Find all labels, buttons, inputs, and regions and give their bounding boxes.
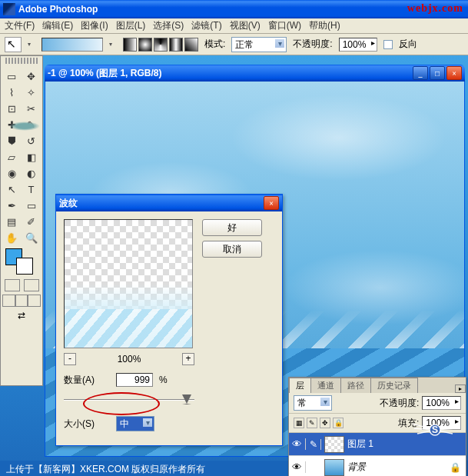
size-label: 大小(S): [64, 418, 110, 431]
ripple-dialog: 波纹 × - 100% + 数量(A) 999 %: [55, 194, 283, 446]
screenmode-full-icon[interactable]: [15, 295, 28, 307]
tool-preset-arrow-icon[interactable]: ▾: [28, 41, 35, 48]
document-title: -1 @ 100% (图层 1, RGB/8): [48, 67, 411, 80]
zoom-level: 100%: [118, 354, 141, 364]
tab-layers[interactable]: 层: [289, 378, 311, 393]
gradient-diamond-icon[interactable]: [184, 38, 198, 52]
eyedropper-tool-icon[interactable]: ✐: [22, 214, 41, 229]
tab-channels[interactable]: 通道: [310, 378, 341, 393]
screenmode-std-icon[interactable]: [2, 295, 15, 307]
layer-thumb[interactable]: [324, 436, 344, 453]
tab-paths[interactable]: 路径: [340, 378, 371, 393]
menu-filter[interactable]: 滤镜(T): [191, 19, 221, 32]
watermark-text: webjx.com: [407, 2, 463, 15]
shape-tool-icon[interactable]: ▭: [22, 198, 41, 213]
gradient-picker-arrow-icon[interactable]: ▾: [109, 41, 117, 48]
menu-select[interactable]: 选择(S): [153, 19, 184, 32]
layer-thumb[interactable]: [324, 459, 344, 476]
amount-slider[interactable]: [64, 393, 194, 407]
cancel-button[interactable]: 取消: [202, 241, 262, 258]
workspace: ▭ ✥ ⌇ ✧ ⊡ ✂ ✚ ✎ ⛊ ↺ ▱ ◧ ◉ ◐ ↖ T ✒ ▭ ▤ ✐ …: [0, 55, 468, 476]
hand-tool-icon[interactable]: ✋: [2, 230, 21, 245]
menu-layer[interactable]: 图层(L): [116, 19, 146, 32]
notes-tool-icon[interactable]: ▤: [2, 214, 21, 229]
menu-file[interactable]: 文件(F): [5, 19, 35, 32]
background-color[interactable]: [16, 258, 33, 275]
blend-mode-select[interactable]: 常: [294, 395, 332, 411]
document-titlebar[interactable]: -1 @ 100% (图层 1, RGB/8) _ □ ×: [45, 65, 465, 82]
amount-label: 数量(A): [64, 374, 110, 387]
eraser-tool-icon[interactable]: ▱: [2, 149, 21, 165]
gradient-reflected-icon[interactable]: [169, 38, 183, 52]
maximize-button[interactable]: □: [430, 66, 445, 80]
crop-tool-icon[interactable]: ⊡: [2, 101, 21, 116]
lock-indicator-icon: 🔒: [450, 462, 461, 473]
marquee-tool-icon[interactable]: ▭: [2, 68, 21, 84]
menu-window[interactable]: 窗口(W): [268, 19, 301, 32]
slice-tool-icon[interactable]: ✂: [22, 101, 41, 116]
lasso-tool-icon[interactable]: ⌇: [2, 85, 21, 100]
dialog-close-button[interactable]: ×: [264, 196, 279, 210]
gradient-radial-icon[interactable]: [138, 38, 152, 52]
wand-tool-icon[interactable]: ✧: [22, 85, 41, 100]
screenmode-menu-icon[interactable]: [28, 295, 41, 307]
opacity-field[interactable]: 100%: [339, 38, 378, 52]
layer-opacity-field[interactable]: 100%: [422, 396, 461, 410]
reverse-checkbox[interactable]: [383, 40, 393, 49]
lock-group: ▦ ✎ ✥ 🔒: [294, 418, 344, 428]
menu-image[interactable]: 图像(I): [81, 19, 108, 32]
ok-button[interactable]: 好: [202, 219, 262, 236]
tab-history[interactable]: 历史记录: [370, 378, 418, 393]
app-title: Adobe Photoshop: [18, 4, 465, 15]
menu-edit[interactable]: 编辑(E): [42, 19, 73, 32]
menu-view[interactable]: 视图(V): [230, 19, 261, 32]
dialog-title: 波纹: [59, 197, 262, 210]
type-tool-icon[interactable]: T: [22, 181, 41, 197]
gradient-linear-icon[interactable]: [123, 38, 137, 52]
app-titlebar: Adobe Photoshop: [0, 0, 468, 18]
current-tool-icon[interactable]: [5, 37, 22, 52]
visibility-icon[interactable]: 👁: [289, 461, 306, 473]
gradient-angle-icon[interactable]: [154, 38, 168, 52]
zoom-out-button[interactable]: -: [64, 353, 76, 365]
filter-preview[interactable]: [64, 219, 193, 348]
move-tool-icon[interactable]: ✥: [22, 68, 41, 84]
blur-tool-icon[interactable]: ◉: [2, 165, 21, 181]
close-button[interactable]: ×: [446, 66, 462, 80]
imageready-icon[interactable]: ⇄: [1, 308, 42, 322]
photoshop-icon: [3, 3, 15, 15]
lock-pixel-icon[interactable]: ✎: [307, 418, 317, 428]
zoom-in-button[interactable]: +: [182, 353, 194, 365]
lock-all-icon[interactable]: 🔒: [333, 418, 344, 428]
gradient-tool-icon[interactable]: ◧: [22, 149, 41, 165]
minimize-button[interactable]: _: [413, 66, 428, 80]
size-select[interactable]: 中: [116, 416, 154, 431]
visibility-icon[interactable]: 👁: [289, 438, 306, 450]
amount-unit: %: [159, 374, 168, 385]
layer-item[interactable]: 👁 背景 🔒: [289, 456, 466, 476]
reverse-label: 反向: [399, 38, 417, 51]
dodge-tool-icon[interactable]: ◐: [22, 165, 41, 181]
quickmask-off-icon[interactable]: [5, 279, 20, 291]
gradient-preview[interactable]: [41, 38, 103, 52]
zoom-tool-icon[interactable]: 🔍: [22, 230, 41, 245]
panel-menu-icon[interactable]: ▸: [455, 384, 466, 393]
quickmask-on-icon[interactable]: [24, 279, 39, 291]
svg-text:S: S: [432, 424, 438, 435]
lock-trans-icon[interactable]: ▦: [294, 418, 304, 428]
toolbox: ▭ ✥ ⌇ ✧ ⊡ ✂ ✚ ✎ ⛊ ↺ ▱ ◧ ◉ ◐ ↖ T ✒ ▭ ▤ ✐ …: [0, 55, 43, 386]
layer-name[interactable]: 背景: [347, 461, 445, 474]
color-swatch: [1, 247, 42, 278]
layer-opacity-label: 不透明度:: [380, 397, 419, 410]
mode-label: 模式:: [204, 38, 225, 51]
mode-select[interactable]: 正常: [231, 37, 287, 52]
pen-tool-icon[interactable]: ✒: [2, 198, 21, 213]
opacity-label: 不透明度:: [293, 38, 332, 51]
toolbox-grip[interactable]: [5, 58, 38, 64]
lock-pos-icon[interactable]: ✥: [320, 418, 330, 428]
menu-help[interactable]: 帮助(H): [309, 19, 340, 32]
amount-field[interactable]: 999: [116, 373, 153, 387]
link-icon[interactable]: ✎: [306, 439, 321, 450]
path-tool-icon[interactable]: ↖: [2, 181, 21, 197]
options-bar: ▾ ▾ 模式: 正常 不透明度: 100% 反向: [0, 34, 468, 55]
